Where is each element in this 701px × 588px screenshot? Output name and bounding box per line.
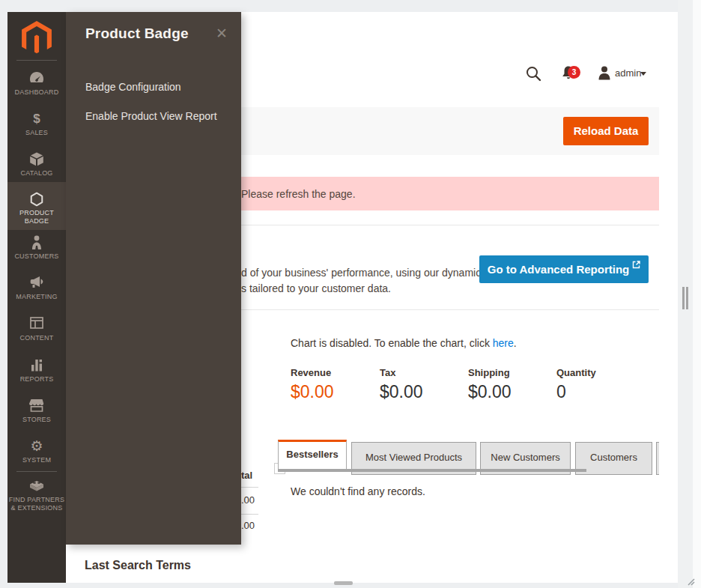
sidebar-item-marketing[interactable]: MARKETING <box>7 276 66 301</box>
account-menu[interactable] <box>598 66 611 83</box>
external-link-icon <box>632 261 640 269</box>
tab-bestsellers[interactable]: Bestsellers <box>278 440 347 469</box>
close-icon[interactable]: ✕ <box>216 25 228 42</box>
sidebar-item-product-badge[interactable]: PRODUCT BADGE <box>7 182 66 230</box>
marketing-icon <box>7 276 66 291</box>
stores-icon <box>7 398 66 413</box>
chevron-down-icon <box>640 72 646 76</box>
notification-count-badge: 3 <box>568 66 580 79</box>
system-icon: ⚙ <box>7 439 66 454</box>
stat-shipping: Shipping $0.00 <box>468 367 556 402</box>
content-icon <box>7 317 66 332</box>
sidebar-item-find-partners[interactable]: FIND PARTNERS & EXTENSIONS <box>7 479 66 512</box>
sales-icon: $ <box>7 112 66 127</box>
sidebar-item-system[interactable]: ⚙ SYSTEM <box>7 439 66 464</box>
alert-message: Please refresh the page. <box>241 188 356 200</box>
last-search-terms-title: Last Search Terms <box>85 559 191 572</box>
table-cell-fragment: .00 <box>241 494 255 506</box>
tab-partial[interactable] <box>656 442 659 475</box>
right-margin <box>693 0 701 588</box>
dashboard-totals: Revenue $0.00 Tax $0.00 Shipping $0.00 Q… <box>291 367 639 402</box>
username-label[interactable]: admin <box>615 67 641 79</box>
scrollbar-grip[interactable] <box>686 287 688 309</box>
stat-quantity: Quantity 0 <box>556 367 639 402</box>
magento-logo[interactable] <box>22 21 52 55</box>
search-button[interactable] <box>525 65 541 85</box>
table-row-divider <box>241 487 258 488</box>
dashboard-icon <box>7 71 66 86</box>
advanced-reporting-button[interactable]: Go to Advanced Reporting <box>479 255 649 283</box>
tab-underline <box>278 469 586 472</box>
sidebar-divider <box>16 471 57 472</box>
reports-icon <box>7 358 66 373</box>
flyout-item-badge-configuration[interactable]: Badge Configuration <box>85 81 181 93</box>
flyout-title: Product Badge <box>85 25 189 42</box>
user-icon <box>598 70 611 82</box>
table-header-fragment: tal <box>241 470 252 481</box>
flyout-item-enable-product-view-report[interactable]: Enable Product View Report <box>85 110 217 122</box>
tab-customers[interactable]: Customers <box>575 442 652 475</box>
sidebar-item-reports[interactable]: REPORTS <box>7 358 66 384</box>
sidebar-item-catalog[interactable]: CATALOG <box>7 152 66 178</box>
sidebar-item-dashboard[interactable]: DASHBOARD <box>7 71 66 97</box>
enable-chart-link[interactable]: here <box>493 337 514 349</box>
table-cell-fragment: .00 <box>241 520 255 531</box>
empty-records-message: We couldn't find any records. <box>291 485 425 497</box>
reload-data-button[interactable]: Reload Data <box>563 117 649 145</box>
catalog-icon <box>7 152 66 167</box>
sidebar-item-sales[interactable]: $ SALES <box>7 112 66 137</box>
sidebar-item-customers[interactable]: CUSTOMERS <box>7 235 66 261</box>
admin-sidebar: DASHBOARD $ SALES CATALOG PRODUCT BADGE … <box>7 12 66 583</box>
find-partners-icon <box>7 479 66 494</box>
advanced-reporting-text-line1: d of your business' performance, using o… <box>241 267 481 279</box>
sidebar-item-stores[interactable]: STORES <box>7 398 66 424</box>
table-row-divider <box>241 514 258 515</box>
product-badge-flyout: Product Badge ✕ Badge Configuration Enab… <box>66 12 241 545</box>
advanced-reporting-text-line2: s tailored to your customer data. <box>241 282 391 294</box>
sidebar-item-content[interactable]: CONTENT <box>7 317 66 342</box>
stat-revenue: Revenue $0.00 <box>291 367 380 402</box>
vertical-scrollbar[interactable] <box>678 0 693 588</box>
chart-disabled-notice: Chart is disabled. To enable the chart, … <box>291 337 517 349</box>
customers-icon <box>7 235 66 250</box>
stat-tax: Tax $0.00 <box>380 367 468 402</box>
scrollbar-grip[interactable] <box>682 287 685 309</box>
horizontal-scrollbar-thumb[interactable] <box>334 581 353 585</box>
search-icon <box>525 71 541 84</box>
sidebar-divider <box>16 60 57 61</box>
resize-grip-icon[interactable] <box>685 575 695 588</box>
product-badge-icon <box>7 192 66 207</box>
